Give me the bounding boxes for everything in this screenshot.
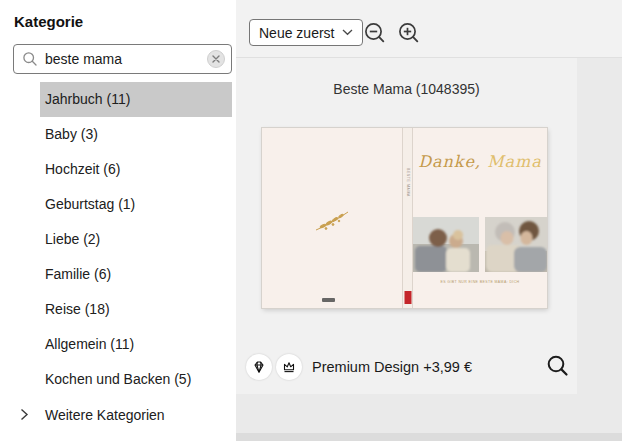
premium-price-label: Premium Design +3,99 € xyxy=(312,359,472,375)
close-icon xyxy=(212,55,220,63)
cover-script-title: Danke, Mama xyxy=(413,152,547,171)
design-browser: Kategorie Jahrbuch (11) Baby (3) Hochzei… xyxy=(0,0,622,441)
spine-text: BESTE MAMA xyxy=(406,168,410,197)
category-item-allgemein[interactable]: Allgemein (11) xyxy=(40,327,232,362)
search-input[interactable] xyxy=(45,51,207,67)
cover-caption: ES GIBT NUR EINE BESTE MAMA: DICH xyxy=(413,280,547,284)
next-row-edge xyxy=(236,433,622,441)
sidebar-title: Kategorie xyxy=(14,13,83,30)
clear-search-button[interactable] xyxy=(207,50,225,68)
design-results-panel: Neue zuerst xyxy=(236,0,622,441)
category-item-baby[interactable]: Baby (3) xyxy=(40,117,232,152)
book-back-cover xyxy=(262,128,402,308)
category-item-kochen[interactable]: Kochen und Backen (5) xyxy=(40,362,232,397)
cover-photo-right xyxy=(485,217,547,272)
zoom-out-icon xyxy=(363,21,387,45)
book-spine: BESTE MAMA xyxy=(402,128,413,308)
more-categories-label: Weitere Kategorien xyxy=(45,407,165,423)
search-icon xyxy=(22,51,38,67)
cover-photo-left xyxy=(413,217,479,272)
category-item-reise[interactable]: Reise (18) xyxy=(40,292,232,327)
sort-dropdown[interactable]: Neue zuerst xyxy=(249,19,363,46)
design-title: Beste Mama (1048395) xyxy=(236,81,577,97)
book-cover-preview[interactable]: BESTE MAMA Danke, Mama xyxy=(262,128,547,308)
crown-icon xyxy=(276,354,302,380)
category-item-geburtstag[interactable]: Geburtstag (1) xyxy=(40,187,232,222)
chevron-down-icon xyxy=(342,29,353,36)
category-item-liebe[interactable]: Liebe (2) xyxy=(40,222,232,257)
more-categories-toggle[interactable]: Weitere Kategorien xyxy=(0,397,236,432)
zoom-in-button[interactable] xyxy=(396,21,422,47)
spine-red-mark xyxy=(404,291,411,304)
category-item-familie[interactable]: Familie (6) xyxy=(40,257,232,292)
category-sidebar: Kategorie Jahrbuch (11) Baby (3) Hochzei… xyxy=(0,0,236,441)
diamond-icon xyxy=(246,354,272,380)
category-item-hochzeit[interactable]: Hochzeit (6) xyxy=(40,152,232,187)
chevron-right-icon xyxy=(20,408,30,421)
category-item-jahrbuch[interactable]: Jahrbuch (11) xyxy=(40,82,232,117)
publisher-logo xyxy=(322,298,335,302)
sort-dropdown-value: Neue zuerst xyxy=(259,25,334,41)
preview-magnifier-button[interactable] xyxy=(545,354,571,380)
book-front-cover: Danke, Mama xyxy=(413,128,547,308)
gold-branch-icon xyxy=(314,208,350,234)
design-card[interactable]: Beste Mama (1048395) xyxy=(236,58,577,394)
cover-photos xyxy=(413,217,547,272)
results-toolbar: Neue zuerst xyxy=(236,0,622,58)
zoom-in-icon xyxy=(397,21,421,45)
magnifier-icon xyxy=(546,354,570,378)
premium-info-row: Premium Design +3,99 € xyxy=(246,354,571,380)
category-search xyxy=(13,44,232,74)
zoom-out-button[interactable] xyxy=(362,21,388,47)
category-list: Jahrbuch (11) Baby (3) Hochzeit (6) Gebu… xyxy=(0,82,236,397)
